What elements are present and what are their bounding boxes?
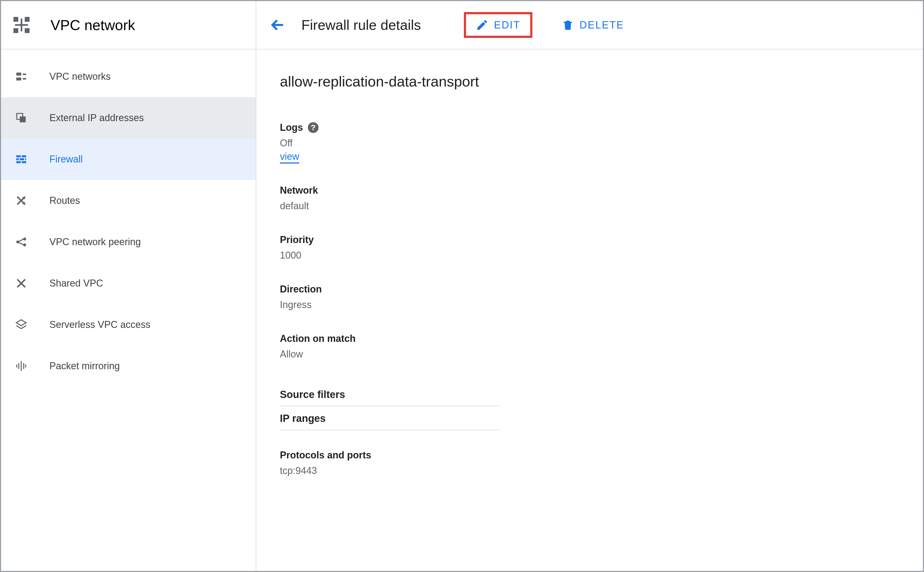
- edit-button[interactable]: EDIT: [464, 12, 532, 38]
- svg-rect-11: [22, 155, 26, 157]
- svg-rect-23: [18, 363, 19, 369]
- source-filters-label: Source filters: [280, 382, 500, 406]
- pencil-icon: [476, 19, 488, 31]
- delete-label: DELETE: [580, 19, 624, 31]
- action-section: Action on match Allow: [280, 333, 923, 360]
- svg-rect-24: [23, 363, 24, 369]
- logs-label: Logs: [280, 122, 303, 133]
- svg-rect-0: [13, 17, 18, 22]
- logs-value: Off: [280, 137, 923, 149]
- main: Firewall rule details EDIT DELETE allow-…: [256, 1, 923, 571]
- svg-rect-15: [16, 161, 21, 163]
- page-title: Firewall rule details: [301, 17, 421, 33]
- external-ip-icon: [14, 110, 28, 125]
- routes-icon: [14, 193, 28, 208]
- protocols-section: Protocols and ports tcp:9443: [280, 449, 923, 476]
- sidebar-item-peering[interactable]: VPC network peering: [1, 221, 256, 263]
- source-filters-section: Source filters IP ranges: [280, 382, 923, 430]
- packet-mirroring-icon: [14, 359, 28, 373]
- logs-section: Logs ? Off view: [280, 122, 923, 162]
- topbar: Firewall rule details EDIT DELETE: [256, 1, 923, 50]
- network-section: Network default: [280, 185, 923, 211]
- svg-rect-22: [21, 361, 22, 371]
- protocols-value: tcp:9443: [280, 465, 923, 476]
- direction-section: Direction Ingress: [280, 284, 923, 311]
- firewall-icon: [14, 152, 28, 166]
- sidebar-item-label: Packet mirroring: [50, 361, 120, 371]
- delete-button[interactable]: DELETE: [552, 12, 634, 38]
- sidebar-item-label: Serverless VPC access: [50, 319, 151, 330]
- svg-rect-3: [25, 28, 30, 33]
- network-value: default: [280, 201, 923, 211]
- shared-vpc-icon: [14, 276, 28, 291]
- sidebar-item-external-ip[interactable]: External IP addresses: [1, 97, 256, 138]
- svg-rect-8: [23, 74, 26, 75]
- svg-rect-2: [13, 28, 18, 33]
- network-label: Network: [280, 185, 923, 196]
- vpc-product-icon: [12, 15, 31, 35]
- sidebar-item-label: VPC network peering: [50, 236, 141, 247]
- sidebar-item-shared-vpc[interactable]: Shared VPC: [1, 263, 256, 304]
- svg-rect-25: [16, 365, 17, 368]
- peering-icon: [14, 235, 28, 249]
- back-button[interactable]: [265, 12, 291, 38]
- direction-value: Ingress: [280, 299, 923, 311]
- help-icon[interactable]: ?: [308, 122, 319, 133]
- svg-rect-13: [20, 158, 25, 160]
- sidebar-header: VPC network: [1, 1, 256, 50]
- direction-label: Direction: [280, 284, 923, 295]
- sidebar-item-packet-mirroring[interactable]: Packet mirroring: [1, 345, 256, 387]
- svg-rect-10: [16, 155, 21, 157]
- priority-section: Priority 1000: [280, 234, 923, 261]
- ip-ranges-label: IP ranges: [280, 406, 500, 430]
- sidebar-item-vpc-networks[interactable]: VPC networks: [1, 56, 256, 97]
- svg-rect-1: [25, 17, 30, 22]
- svg-rect-7: [16, 78, 21, 81]
- edit-label: EDIT: [494, 19, 521, 31]
- svg-rect-5: [21, 19, 22, 31]
- sidebar-item-label: VPC networks: [50, 71, 110, 82]
- svg-rect-6: [16, 73, 21, 75]
- svg-rect-12: [16, 158, 19, 160]
- sidebar-item-label: Shared VPC: [50, 278, 103, 289]
- priority-label: Priority: [280, 234, 923, 246]
- sidebar-item-label: Firewall: [50, 154, 83, 165]
- sidebar-item-label: Routes: [50, 195, 80, 206]
- content: allow-replication-data-transport Logs ? …: [256, 50, 923, 499]
- sidebar-item-serverless[interactable]: Serverless VPC access: [1, 304, 256, 345]
- svg-rect-16: [22, 161, 26, 163]
- trash-icon: [562, 19, 574, 31]
- product-title: VPC network: [50, 17, 135, 33]
- sidebar-item-routes[interactable]: Routes: [1, 180, 256, 221]
- sidebar: VPC network VPC networks External IP add…: [1, 1, 256, 571]
- network-icon: [14, 69, 28, 84]
- logs-view-link[interactable]: view: [280, 151, 299, 162]
- sidebar-item-label: External IP addresses: [50, 112, 144, 124]
- svg-rect-26: [25, 365, 26, 368]
- action-value: Allow: [280, 348, 923, 360]
- priority-value: 1000: [280, 250, 923, 261]
- svg-rect-14: [25, 158, 26, 160]
- action-label: Action on match: [280, 333, 923, 344]
- sidebar-item-firewall[interactable]: Firewall: [1, 138, 256, 180]
- svg-rect-9: [23, 78, 26, 80]
- protocols-label: Protocols and ports: [280, 449, 923, 461]
- nav: VPC networks External IP addresses Firew…: [1, 50, 256, 387]
- serverless-icon: [14, 317, 28, 332]
- rule-name: allow-replication-data-transport: [280, 73, 923, 90]
